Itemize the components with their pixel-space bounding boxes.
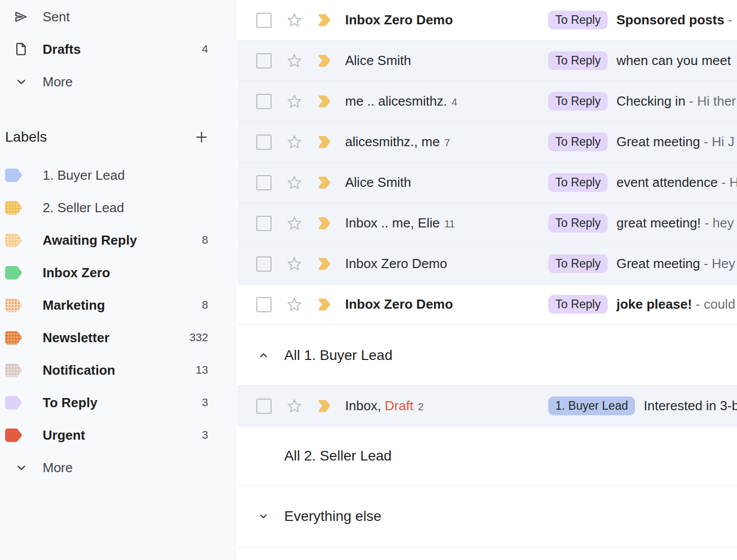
email-row[interactable]: Inbox Zero Demo To Reply joke please! - … (238, 284, 737, 325)
email-row[interactable]: me .. alicesmithz.4 To Reply Checking in… (238, 81, 737, 122)
section-buyer-lead[interactable]: All 1. Buyer Lead (238, 325, 737, 386)
importance-marker-icon[interactable] (317, 136, 332, 148)
sidebar-label-item[interactable]: Urgent 3 (0, 419, 237, 451)
labels-more-label: More (43, 460, 208, 476)
section-everything-else[interactable]: Everything else (238, 485, 737, 548)
sidebar-item-label: More (43, 74, 208, 90)
star-icon[interactable] (287, 94, 302, 109)
chevron-down-icon[interactable] (257, 511, 270, 522)
star-icon[interactable] (287, 53, 302, 69)
sidebar-label-item[interactable]: Awaiting Reply 8 (0, 224, 237, 256)
sender: me .. alicesmithz.4 (345, 93, 548, 109)
section-seller-lead[interactable]: All 2. Seller Lead (238, 426, 737, 485)
checkbox[interactable] (256, 175, 272, 190)
email-row[interactable]: Inbox Zero Demo To Reply Great meeting -… (238, 244, 737, 284)
sender: Inbox .. me, Elie11 (345, 215, 548, 231)
sidebar-label-item[interactable]: 2. Seller Lead (0, 191, 237, 224)
email-row[interactable]: Inbox .. me, Elie11 To Reply great meeti… (238, 203, 737, 244)
sidebar: Sent Drafts 4 More Labels 1. Buyer Lead … (0, 0, 237, 560)
subject: Great meeting - Hey (616, 256, 737, 272)
label-tag-icon (0, 299, 43, 312)
labels-more[interactable]: More (0, 451, 237, 484)
star-icon[interactable] (287, 216, 302, 231)
sidebar-item-label: Drafts (43, 42, 202, 57)
add-label-button[interactable] (194, 129, 209, 145)
label-tag-icon (0, 396, 43, 410)
label-badge: To Reply (548, 133, 608, 151)
sidebar-label-item[interactable]: To Reply 3 (0, 386, 237, 419)
label-badge: To Reply (548, 92, 608, 111)
email-row[interactable]: alicesmithz., me7 To Reply Great meeting… (238, 122, 737, 162)
drafts-count: 4 (202, 43, 208, 56)
checkbox[interactable] (256, 216, 272, 231)
star-icon[interactable] (287, 175, 302, 190)
email-row[interactable]: Inbox Zero Demo To Reply Sponsored posts… (238, 0, 737, 41)
label-badge: To Reply (548, 173, 608, 192)
label-badge: 1. Buyer Lead (548, 397, 635, 415)
sidebar-label-item[interactable]: 1. Buyer Lead (0, 159, 237, 191)
label-badge: To Reply (548, 254, 608, 273)
checkbox[interactable] (256, 399, 272, 414)
sidebar-item-drafts[interactable]: Drafts 4 (0, 33, 237, 65)
label-name: Marketing (43, 298, 202, 313)
label-tag-icon (0, 234, 43, 247)
star-icon[interactable] (287, 135, 302, 150)
importance-marker-icon[interactable] (317, 177, 332, 189)
label-name: 2. Seller Lead (43, 200, 208, 216)
labels-heading: Labels (5, 129, 47, 145)
label-badge: To Reply (548, 214, 608, 233)
email-row-draft[interactable]: Inbox, Draft 2 1. Buyer Lead Interested … (238, 386, 737, 426)
checkbox[interactable] (256, 297, 272, 312)
section-title: All 1. Buyer Lead (284, 347, 392, 364)
sidebar-item-more[interactable]: More (0, 65, 237, 98)
sender: Inbox Zero Demo (345, 12, 548, 28)
importance-marker-icon[interactable] (317, 14, 332, 26)
chevron-up-icon[interactable] (257, 349, 270, 361)
importance-marker-icon[interactable] (317, 299, 332, 311)
email-list: Inbox Zero Demo To Reply Sponsored posts… (238, 0, 737, 560)
importance-marker-icon[interactable] (317, 95, 332, 108)
sidebar-label-item[interactable]: Inbox Zero (0, 256, 237, 289)
importance-marker-icon[interactable] (317, 258, 332, 270)
sender: Inbox Zero Demo (345, 297, 548, 312)
sidebar-item-sent[interactable]: Sent (0, 1, 237, 33)
label-count: 8 (202, 234, 208, 247)
label-badge: To Reply (548, 295, 608, 314)
star-icon[interactable] (287, 399, 302, 414)
subject: Checking in - Hi ther (616, 93, 737, 109)
sidebar-label-item[interactable]: Marketing 8 (0, 289, 237, 321)
checkbox[interactable] (256, 13, 272, 28)
checkbox[interactable] (256, 135, 272, 150)
labels-header: Labels (0, 125, 237, 149)
label-count: 332 (189, 331, 208, 344)
sidebar-item-label: Sent (43, 9, 208, 25)
importance-marker-icon[interactable] (317, 400, 332, 412)
label-name: To Reply (43, 395, 202, 411)
label-name: Newsletter (43, 330, 189, 346)
email-row[interactable]: Alice Smith To Reply event attendence - … (238, 162, 737, 203)
importance-marker-icon[interactable] (317, 217, 332, 229)
star-icon[interactable] (287, 256, 302, 272)
thread-count: 2 (418, 401, 423, 413)
chevron-down-icon (0, 75, 43, 88)
checkbox[interactable] (256, 53, 272, 69)
checkbox[interactable] (256, 94, 272, 109)
sidebar-label-item[interactable]: Newsletter 332 (0, 321, 237, 354)
label-name: Urgent (43, 427, 202, 443)
star-icon[interactable] (287, 297, 302, 312)
label-tag-icon (0, 266, 43, 280)
sender: alicesmithz., me7 (345, 134, 548, 150)
sender: Alice Smith (345, 53, 548, 69)
importance-marker-icon[interactable] (317, 55, 332, 67)
label-count: 3 (202, 396, 208, 409)
label-tag-icon (0, 169, 43, 182)
email-row[interactable]: Alice Smith To Reply when can you meet (238, 41, 737, 81)
labels-list: 1. Buyer Lead 2. Seller Lead Awaiting Re… (0, 159, 237, 451)
checkbox[interactable] (256, 256, 272, 272)
label-name: 1. Buyer Lead (43, 168, 208, 183)
label-name: Awaiting Reply (43, 233, 202, 248)
label-name: Inbox Zero (43, 265, 208, 281)
star-icon[interactable] (287, 13, 302, 28)
label-count: 3 (202, 429, 208, 442)
sidebar-label-item[interactable]: Notification 13 (0, 354, 237, 386)
